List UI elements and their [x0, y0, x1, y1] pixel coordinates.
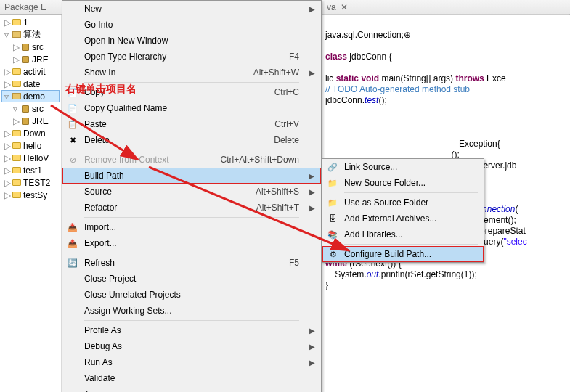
proj-icon: [12, 92, 22, 101]
menu-import-[interactable]: 📥Import...: [62, 219, 321, 235]
folder-icon: [12, 68, 22, 76]
twisty-icon[interactable]: ▷: [4, 79, 12, 89]
menu-open-in-new-window[interactable]: Open in New Window: [62, 33, 321, 49]
menu-validate[interactable]: Validate: [62, 370, 321, 386]
twisty-icon[interactable]: ▷: [4, 166, 12, 176]
folder-icon: [12, 179, 22, 187]
menu-shortcut: Alt+Shift+W: [253, 68, 299, 78]
twisty-icon[interactable]: ▷: [13, 116, 20, 126]
menu-delete[interactable]: ✖DeleteDelete: [62, 132, 321, 148]
tree-item-date[interactable]: ▷date: [1, 78, 60, 90]
tree-item-test2[interactable]: ▷TEST2: [1, 176, 60, 189]
pkg-icon: [20, 117, 30, 126]
menu-profile-as[interactable]: Profile As▶: [62, 322, 321, 338]
submenu-label: Configure Build Path...: [344, 249, 431, 259]
menu-paste[interactable]: 📋PasteCtrl+V: [62, 116, 321, 132]
tree-item-src[interactable]: ▷src: [1, 41, 60, 53]
build-path-submenu: 🔗Link Source...📁New Source Folder...📁Use…: [322, 158, 484, 263]
submenu-add-external-archives-[interactable]: 🗄Add External Archives...: [322, 211, 484, 226]
submenu-configure-build-path-[interactable]: ⚙Configure Build Path...: [322, 246, 484, 262]
submenu-add-libraries-[interactable]: 📚Add Libraries...: [322, 226, 484, 242]
tab-title: Package E: [4, 2, 46, 12]
twisty-icon[interactable]: ▷: [13, 54, 20, 65]
folder-icon: [12, 142, 22, 150]
menu-source[interactable]: SourceAlt+Shift+S▶: [62, 184, 321, 200]
tree-item-jre[interactable]: ▷JRE: [1, 53, 60, 65]
tree-item-hello[interactable]: ▷hello: [1, 139, 60, 152]
tree-label: activit: [23, 67, 46, 77]
submenu-icon: 📚: [327, 229, 338, 240]
menu-run-as[interactable]: Run As▶: [62, 354, 321, 370]
twisty-icon[interactable]: ▷: [4, 153, 12, 163]
menu-debug-as[interactable]: Debug As▶: [62, 338, 321, 354]
menu-open-type-hierarchy[interactable]: Open Type HierarchyF4: [62, 49, 321, 65]
twisty-icon[interactable]: ▿: [4, 91, 12, 102]
tree-label: date: [23, 79, 40, 89]
twisty-icon[interactable]: ▷: [4, 190, 12, 200]
tree-label: src: [32, 104, 44, 114]
twisty-icon[interactable]: ▷: [4, 178, 12, 188]
twisty-icon[interactable]: ▷: [13, 42, 20, 52]
menu-assign-working-sets-[interactable]: Assign Working Sets...: [62, 303, 321, 319]
tree-item-jre[interactable]: ▷JRE: [1, 115, 60, 127]
tree-item-test1[interactable]: ▷test1: [1, 164, 60, 176]
menu-label: Go Into: [84, 20, 113, 30]
tree-item-activit[interactable]: ▷activit: [1, 65, 60, 78]
submenu-arrow-icon: ▶: [309, 359, 315, 367]
menu-copy-qualified-name[interactable]: 📄Copy Qualified Name: [62, 100, 321, 116]
tree-item-hellov[interactable]: ▷HelloV: [1, 152, 60, 164]
menu-go-into[interactable]: Go Into: [62, 17, 321, 33]
tree-item-算法[interactable]: ▿算法: [1, 28, 60, 41]
submenu-icon: ⚙: [327, 248, 339, 260]
menu-shortcut: F5: [289, 258, 299, 268]
twisty-icon[interactable]: ▷: [4, 17, 12, 28]
menu-team[interactable]: Team▶: [62, 386, 321, 392]
submenu-use-as-source-folder[interactable]: 📁Use as Source Folder: [322, 195, 484, 211]
menu-new[interactable]: New▶: [62, 1, 321, 17]
menu-label: Team: [84, 389, 105, 392]
tree-label: TEST2: [23, 178, 50, 188]
menu-separator: [84, 320, 299, 321]
twisty-icon[interactable]: ▿: [4, 30, 12, 40]
menu-label: Copy Qualified Name: [84, 103, 167, 113]
menu-show-in[interactable]: Show InAlt+Shift+W▶: [62, 65, 321, 81]
twisty-icon[interactable]: ▷: [4, 128, 12, 139]
twisty-icon[interactable]: ▷: [4, 67, 12, 77]
menu-separator: [84, 217, 299, 218]
submenu-icon: 📁: [327, 177, 338, 189]
menu-close-project[interactable]: Close Project: [62, 271, 321, 287]
menu-remove-from-context: ⊘Remove from ContextCtrl+Alt+Shift+Down: [62, 152, 321, 168]
editor-tab[interactable]: va ✕: [322, 0, 569, 15]
menu-label: Close Project: [84, 274, 136, 284]
submenu-link-source-[interactable]: 🔗Link Source...: [322, 159, 484, 175]
menu-icon: 🔄: [67, 257, 78, 269]
tree-label: src: [32, 42, 44, 52]
menu-label: Close Unrelated Projects: [84, 290, 181, 300]
submenu-new-source-folder-[interactable]: 📁New Source Folder...: [322, 175, 484, 191]
submenu-icon: 📁: [327, 197, 338, 208]
menu-refresh[interactable]: 🔄RefreshF5: [62, 255, 321, 271]
menu-refactor[interactable]: RefactorAlt+Shift+T▶: [62, 200, 321, 216]
tree-item-1[interactable]: ▷1: [1, 16, 60, 28]
tree-label: JRE: [32, 54, 49, 65]
tree-item-src[interactable]: ▿src: [1, 102, 60, 115]
tree-item-demo[interactable]: ▿demo: [1, 90, 60, 102]
menu-label: Remove from Context: [84, 155, 169, 165]
submenu-icon: 🔗: [327, 161, 338, 173]
folder-icon: [12, 191, 22, 200]
menu-shortcut: Alt+Shift+S: [256, 187, 299, 197]
twisty-icon[interactable]: ▿: [13, 104, 20, 114]
menu-shortcut: F4: [289, 52, 299, 62]
tree-item-testsy[interactable]: ▷testSy: [1, 189, 60, 201]
close-icon[interactable]: ✕: [341, 2, 348, 12]
twisty-icon[interactable]: ▷: [4, 141, 12, 151]
menu-close-unrelated-projects[interactable]: Close Unrelated Projects: [62, 287, 321, 303]
tree-item-down[interactable]: ▷Down: [1, 127, 60, 139]
tree-label: JRE: [32, 116, 49, 126]
pkg-icon: [20, 43, 30, 52]
menu-shortcut: Ctrl+V: [274, 119, 299, 129]
menu-export-[interactable]: 📤Export...: [62, 235, 321, 251]
menu-build-path[interactable]: Build Path▶: [62, 168, 321, 184]
tree-label: 算法: [23, 28, 41, 41]
submenu-separator: [344, 192, 478, 193]
